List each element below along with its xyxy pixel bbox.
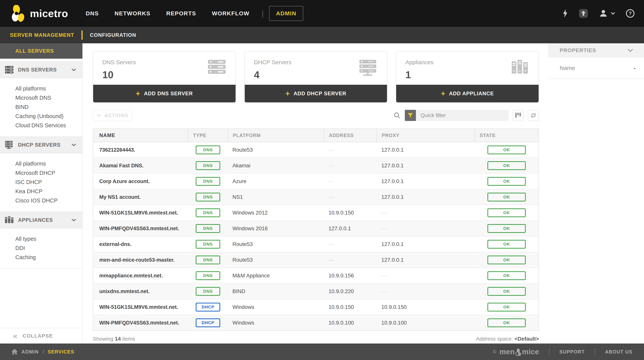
table-row[interactable]: unixdns.mmtest.net.DNSBIND10.9.0.220---O…	[93, 283, 538, 299]
support-link[interactable]: SUPPORT	[560, 349, 585, 355]
sidebar-item-all-platforms[interactable]: All platforms	[15, 159, 82, 168]
help-button[interactable]: ?	[626, 9, 635, 18]
nav-item-admin[interactable]: ADMIN	[269, 6, 303, 21]
cell-proxy: 127.0.0.1	[376, 241, 474, 247]
sidebar-section-label: DHCP SERVERS	[18, 142, 60, 148]
column-header-state[interactable]: STATE	[475, 129, 538, 142]
cell-type: DNS	[188, 224, 228, 233]
cell-proxy: ---	[376, 226, 474, 231]
collapse-chevrons-icon: «	[13, 332, 17, 340]
sidebar-item-isc-dhcp[interactable]: ISC DHCP	[15, 178, 82, 187]
search-icon[interactable]	[394, 112, 400, 119]
user-menu[interactable]	[599, 9, 615, 18]
sidebar-dhcp-items: All platformsMicrosoft DHCPISC DHCPKea D…	[0, 153, 82, 212]
column-header-proxy[interactable]: PROXY	[376, 129, 474, 142]
card-count: 1	[406, 69, 530, 80]
sidebar-dns-items: All platformsMicrosoft DNSBINDCaching (U…	[0, 78, 82, 136]
table-row[interactable]: men-and-mice-route53-master.DNSRoute53--…	[93, 252, 538, 268]
table-row[interactable]: 736212264443.DNSRoute53---127.0.0.1OK	[93, 142, 538, 158]
quick-actions-button[interactable]	[562, 9, 568, 18]
nav-item-networks[interactable]: NETWORKS	[114, 10, 150, 17]
column-header-address[interactable]: ADDRESS	[324, 129, 377, 142]
sidebar-section-appliances[interactable]: APPLIANCES	[0, 212, 82, 228]
table-row[interactable]: external-dns.DNSRoute53---127.0.0.1OK	[93, 236, 538, 252]
columns-icon	[515, 113, 521, 118]
cell-state: OK	[475, 240, 538, 249]
state-badge: OK	[488, 240, 526, 249]
sidebar-item-ddi[interactable]: DDI	[15, 244, 82, 253]
sidebar-item-caching[interactable]: Caching	[15, 253, 82, 262]
sidebar-item-all-platforms[interactable]: All platforms	[15, 84, 82, 93]
cell-platform: Route53	[228, 241, 324, 247]
sidebar-item-bind[interactable]: BIND	[15, 102, 82, 112]
type-badge: DNS	[196, 256, 220, 264]
table-row[interactable]: My NS1 account.DNSNS1---127.0.0.1OK	[93, 189, 538, 205]
state-badge: OK	[488, 208, 526, 217]
sidebar-item-all-servers[interactable]: ALL SERVERS	[0, 43, 82, 59]
cell-state: OK	[475, 161, 538, 170]
funnel-icon	[408, 113, 413, 118]
sidebar-item-cloud-dns-services[interactable]: Cloud DNS Services	[15, 121, 82, 130]
breadcrumb-services[interactable]: SERVICES	[48, 349, 74, 355]
main-content: DNS Servers 10	[93, 43, 539, 342]
micetro-logo-icon	[11, 5, 26, 22]
add-dns-server-button[interactable]: + ADD DNS SERVER	[93, 85, 236, 102]
cell-name: mmappliance.mmtest.net.	[93, 273, 188, 279]
bottom-bar: ADMIN / SERVICES © men mice SUPPORT ABOU…	[0, 344, 644, 360]
sidebar-item-all-types[interactable]: All types	[15, 234, 82, 244]
sidebar-collapse-button[interactable]: « COLLAPSE	[0, 328, 82, 344]
table-row[interactable]: WIN-51GK1SLM9V6.mmtest.net.DHCPWindows10…	[93, 299, 538, 315]
column-header-platform[interactable]: PLATFORM	[228, 129, 324, 142]
add-dhcp-server-button[interactable]: + ADD DHCP SERVER	[245, 85, 387, 102]
sidebar-section-dhcp-servers[interactable]: DHCP SERVERS	[0, 136, 82, 153]
sidebar-item-cisco-ios-dhcp[interactable]: Cisco IOS DHCP	[15, 196, 82, 205]
column-header-name[interactable]: NAME	[93, 129, 188, 142]
plus-icon: +	[286, 90, 290, 97]
sidebar-item-caching-unbound[interactable]: Caching (Unbound)	[15, 112, 82, 121]
cell-proxy: 10.9.0.100	[376, 320, 474, 326]
tab-server-management[interactable]: SERVER MANAGEMENT	[10, 32, 74, 38]
table-row[interactable]: WIN-51GK1SLM9V6.mmtest.net.DNSWindows 20…	[93, 205, 538, 220]
sidebar-item-microsoft-dhcp[interactable]: Microsoft DHCP	[15, 168, 82, 178]
home-icon[interactable]	[12, 349, 18, 355]
add-appliance-button[interactable]: + ADD APPLIANCE	[396, 85, 538, 102]
quick-filter-input[interactable]	[416, 110, 509, 121]
column-header-type[interactable]: TYPE	[188, 129, 228, 142]
filter-controls	[394, 110, 539, 121]
cell-state: OK	[475, 177, 538, 186]
nav-item-workflow[interactable]: WORKFLOW	[212, 10, 249, 17]
dns-card-body: DNS Servers 10	[93, 51, 236, 85]
actions-button[interactable]: ACTIONS	[93, 110, 132, 121]
nav-separator: |	[262, 9, 264, 18]
table-row[interactable]: Akamai Fast DNS.DNSAkamai---127.0.0.1OK	[93, 158, 538, 173]
help-icon: ?	[626, 9, 635, 18]
nav-item-reports[interactable]: REPORTS	[166, 10, 196, 17]
sidebar-item-microsoft-dns[interactable]: Microsoft DNS	[15, 93, 82, 102]
table-toolbar: ACTIONS	[93, 110, 539, 121]
dns-server-stack-icon	[208, 60, 226, 75]
about-us-link[interactable]: ABOUT US	[605, 349, 632, 355]
cell-type: DNS	[188, 177, 228, 186]
nav-item-dns[interactable]: DNS	[86, 10, 99, 17]
properties-header[interactable]: PROPERTIES	[548, 43, 644, 58]
micetro-logo[interactable]: micetro	[11, 5, 68, 22]
state-badge: OK	[488, 161, 526, 170]
card-title: DNS Servers	[102, 59, 226, 66]
refresh-button[interactable]	[528, 110, 539, 121]
import-button[interactable]	[578, 8, 588, 18]
menandmice-logo[interactable]: men mice	[500, 348, 539, 356]
cell-state: OK	[475, 271, 538, 280]
sidebar-item-kea-dhcp[interactable]: Kea DHCP	[15, 187, 82, 196]
plus-icon: +	[441, 90, 445, 97]
table-row[interactable]: mmappliance.mmtest.net.DNSM&M Appliance1…	[93, 268, 538, 283]
sidebar-section-dns-servers[interactable]: DNS SERVERS	[0, 61, 82, 78]
breadcrumb-admin[interactable]: ADMIN	[22, 349, 39, 355]
cell-proxy: 10.9.0.150	[376, 304, 474, 310]
table-row[interactable]: WIN-PMFQDV4SS63.mmtest.net.DNSWindows 20…	[93, 220, 538, 236]
table-row[interactable]: Corp Azure account.DNSAzure---127.0.0.1O…	[93, 173, 538, 189]
tab-configuration[interactable]: CONFIGURATION	[90, 32, 136, 38]
filter-button[interactable]	[405, 110, 416, 121]
column-settings-button[interactable]	[512, 110, 524, 121]
state-badge: OK	[488, 303, 526, 312]
table-row[interactable]: WIN-PMFQDV4SS63.mmtest.net.DHCPWindows10…	[93, 315, 538, 330]
